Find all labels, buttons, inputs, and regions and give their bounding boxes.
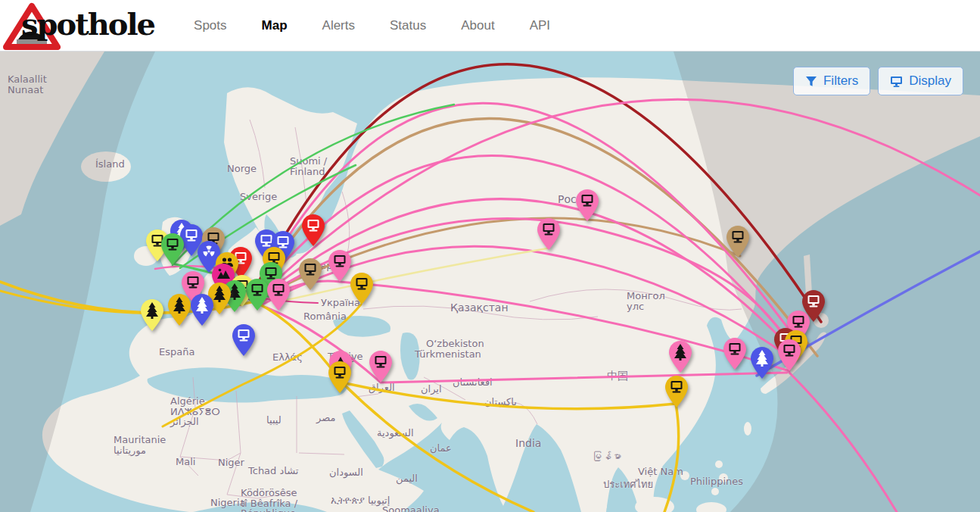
- nav-item-status[interactable]: Status: [390, 18, 426, 33]
- map-pin-monitor[interactable]: [232, 324, 255, 356]
- nav-item-about[interactable]: About: [461, 18, 494, 33]
- map-pin-monitor[interactable]: [369, 351, 392, 382]
- map-pin-monitor[interactable]: [778, 339, 801, 371]
- map-controls: Filters Display: [793, 67, 963, 95]
- top-navigation-bar: spothole SpotsMapAlertsStatusAboutAPI: [0, 0, 980, 52]
- nav-item-spots[interactable]: Spots: [194, 18, 226, 33]
- display-button[interactable]: Display: [878, 67, 963, 95]
- map-viewport[interactable]: Kalaallit NunaatÍslandNorgeSverigeSuomi …: [0, 52, 980, 512]
- filter-funnel-icon: [805, 76, 817, 87]
- map-pin-monitor[interactable]: [328, 361, 351, 393]
- map-pin-monitor[interactable]: [723, 338, 746, 370]
- map-pin-tree[interactable]: [168, 294, 191, 326]
- map-pin-monitor[interactable]: [246, 279, 269, 311]
- main-nav: SpotsMapAlertsStatusAboutAPI: [194, 18, 550, 33]
- map-pin-tree[interactable]: [669, 341, 692, 373]
- map-pin-monitor[interactable]: [267, 279, 290, 311]
- brand-name: spothole: [21, 6, 154, 42]
- brand-logo[interactable]: spothole: [3, 0, 154, 52]
- nav-item-alerts[interactable]: Alerts: [322, 18, 355, 33]
- map-pin-tree[interactable]: [751, 347, 773, 379]
- nav-item-api[interactable]: API: [530, 18, 550, 33]
- map-pin-monitor[interactable]: [350, 273, 373, 304]
- map-pin-monitor[interactable]: [537, 218, 560, 250]
- map-pin-monitor[interactable]: [299, 258, 322, 290]
- nav-item-map[interactable]: Map: [262, 18, 288, 33]
- display-monitor-icon: [890, 76, 903, 87]
- display-button-label: Display: [909, 73, 951, 89]
- map-pin-monitor[interactable]: [576, 189, 599, 221]
- map-pin-monitor[interactable]: [161, 233, 184, 265]
- map-pins-layer: [0, 52, 980, 512]
- filters-button-label: Filters: [823, 73, 858, 89]
- map-pin-tree[interactable]: [191, 294, 213, 326]
- map-pin-monitor[interactable]: [328, 250, 351, 282]
- map-pin-monitor[interactable]: [665, 376, 688, 407]
- filters-button[interactable]: Filters: [793, 67, 870, 95]
- map-pin-monitor[interactable]: [726, 226, 749, 258]
- map-pin-tree[interactable]: [141, 299, 163, 331]
- map-pin-monitor[interactable]: [302, 214, 325, 246]
